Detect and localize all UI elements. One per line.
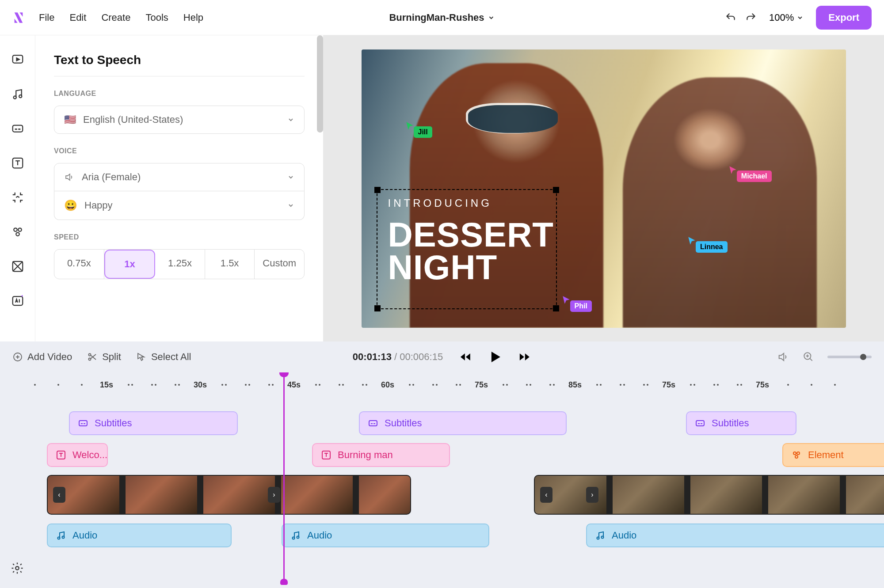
subtitle-clip[interactable]: Subtitles [359, 411, 567, 435]
svg-rect-9 [12, 296, 23, 305]
panel-title: Text to Speech [54, 53, 305, 67]
ruler-tick [693, 384, 695, 386]
app-logo[interactable] [12, 11, 25, 24]
select-icon [136, 352, 147, 362]
rail-crop-icon[interactable] [11, 191, 24, 204]
resize-handle[interactable] [553, 187, 559, 193]
ruler-mark: 30s [194, 380, 207, 390]
resize-handle[interactable] [374, 187, 381, 193]
subtitle-icon [695, 418, 705, 429]
svg-point-2 [19, 95, 22, 98]
speed-option-custom[interactable]: Custom [255, 250, 304, 279]
audio-clip[interactable]: Audio [47, 524, 232, 547]
speed-group: 0.75x 1x 1.25x 1.5x Custom [54, 249, 305, 279]
speaker-icon [64, 172, 75, 182]
voice-value: Aria (Female) [82, 171, 280, 183]
ruler-tick [412, 384, 414, 386]
cursor-icon [405, 121, 415, 131]
playhead[interactable] [283, 375, 285, 582]
project-title-dropdown[interactable]: BurningMan-Rushes [389, 12, 495, 23]
timeline-ruler[interactable]: 15s30s45s60s75s85s75s75s [47, 372, 884, 397]
menu-file[interactable]: File [39, 12, 54, 23]
video-clip[interactable]: ‹ › [534, 475, 884, 515]
menu-edit[interactable]: Edit [69, 12, 86, 23]
forward-button[interactable] [518, 351, 531, 363]
text-clip[interactable]: Burning man [312, 443, 450, 467]
menu-create[interactable]: Create [101, 12, 130, 23]
emotion-select[interactable]: 😀 Happy [54, 191, 305, 220]
split-button[interactable]: Split [87, 351, 121, 363]
menu-tools[interactable]: Tools [145, 12, 168, 23]
ruler-tick [596, 384, 598, 386]
svg-point-26 [597, 537, 599, 539]
element-clip[interactable]: Element [782, 443, 884, 467]
ruler-mark: 15s [100, 380, 113, 390]
clip-prev-icon[interactable]: ‹ [53, 487, 65, 503]
ruler-tick [315, 384, 317, 386]
svg-point-19 [793, 452, 796, 455]
rail-media-icon[interactable] [11, 53, 24, 66]
rail-text-icon[interactable] [11, 156, 24, 170]
resize-handle[interactable] [374, 305, 381, 311]
volume-icon[interactable] [777, 351, 789, 363]
ruler-tick [221, 384, 223, 386]
voice-select[interactable]: Aria (Female) [54, 163, 305, 191]
ruler-mark: 75s [475, 380, 488, 390]
music-icon [290, 530, 301, 541]
video-clip[interactable]: ‹ › [47, 475, 411, 515]
ruler-tick [459, 384, 461, 386]
select-all-button[interactable]: Select All [136, 351, 191, 363]
selection-box[interactable]: INTRODUCING DESSERTNIGHT [377, 189, 557, 309]
speed-option-1.5x[interactable]: 1.5x [205, 250, 255, 279]
zoom-dropdown[interactable]: 100% [769, 12, 804, 23]
settings-icon[interactable] [11, 561, 24, 575]
emotion-value: Happy [84, 200, 280, 211]
playhead-handle-bottom[interactable] [280, 579, 288, 585]
audio-clip[interactable]: Audio [282, 524, 489, 547]
rail-ai-icon[interactable] [11, 294, 24, 307]
emotion-emoji-icon: 😀 [64, 199, 77, 212]
clip-next-icon[interactable]: › [586, 487, 598, 503]
plus-circle-icon [12, 352, 23, 362]
timeline-zoom-slider[interactable] [827, 356, 872, 358]
redo-button[interactable] [745, 12, 757, 23]
ruler-tick [530, 384, 531, 386]
undo-button[interactable] [725, 12, 736, 23]
subtitle-clip[interactable]: Subtitles [69, 411, 238, 435]
text-clip[interactable]: Welco... [47, 443, 108, 467]
clip-prev-icon[interactable]: ‹ [540, 487, 552, 503]
ruler-mark: 85s [568, 380, 582, 390]
rail-audio-icon[interactable] [11, 87, 24, 101]
language-select[interactable]: 🇺🇸 English (United-States) [54, 106, 305, 134]
resize-handle[interactable] [553, 305, 559, 311]
slider-thumb[interactable] [860, 354, 866, 360]
play-button[interactable] [488, 350, 502, 364]
flag-icon: 🇺🇸 [64, 114, 76, 125]
ruler-tick [342, 384, 344, 386]
svg-point-21 [795, 455, 798, 458]
chevron-down-icon [488, 14, 495, 21]
svg-point-27 [602, 536, 604, 539]
ruler-tick [643, 384, 645, 386]
cursor-icon [687, 236, 697, 246]
export-button[interactable]: Export [816, 6, 872, 30]
speed-option-1.25x[interactable]: 1.25x [155, 250, 205, 279]
rewind-button[interactable] [459, 351, 472, 363]
zoom-in-icon[interactable] [803, 351, 814, 363]
timecode: 00:01:13 / 00:006:15 [353, 351, 443, 363]
clip-next-icon[interactable]: › [268, 487, 280, 503]
svg-point-23 [62, 536, 65, 539]
svg-point-28 [15, 566, 19, 570]
speed-option-1x[interactable]: 1x [104, 250, 156, 279]
add-video-button[interactable]: Add Video [12, 351, 72, 363]
speed-option-0.75x[interactable]: 0.75x [54, 250, 104, 279]
audio-clip[interactable]: Audio [586, 524, 884, 547]
scissors-icon [87, 352, 98, 362]
rail-subtitles-icon[interactable] [11, 122, 24, 135]
menu-help[interactable]: Help [183, 12, 203, 23]
preview-canvas[interactable]: INTRODUCING DESSERTNIGHT Jill Michael Li… [362, 49, 846, 328]
panel-scrollbar[interactable] [317, 35, 323, 133]
rail-shapes-icon[interactable] [11, 225, 24, 239]
subtitle-clip[interactable]: Subtitles [686, 411, 796, 435]
rail-effects-icon[interactable] [11, 260, 24, 273]
